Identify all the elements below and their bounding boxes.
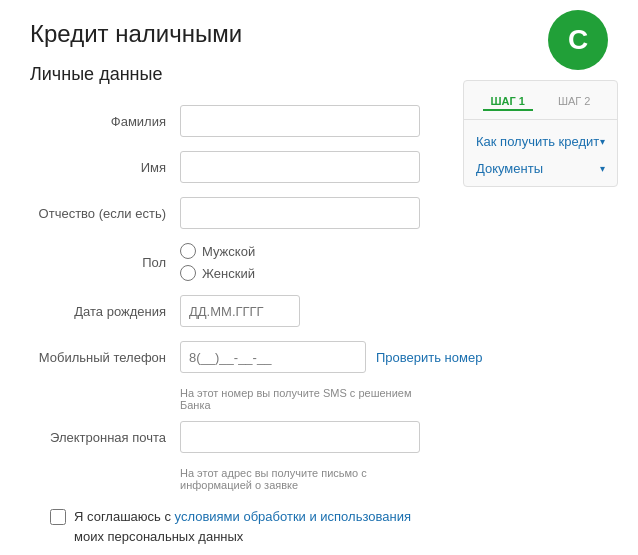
gender-radio-group: Мужской Женский — [180, 243, 255, 281]
chevron-down-icon2: ▾ — [600, 163, 605, 174]
consent-row: Я соглашаюсь с условиями обработки и исп… — [30, 507, 428, 546]
gender-label: Пол — [30, 255, 180, 270]
consent-checkbox[interactable] — [50, 509, 66, 525]
surname-row: Фамилия — [30, 105, 428, 137]
sberbank-logo: С — [548, 10, 608, 70]
birthdate-row: Дата рождения — [30, 295, 428, 327]
step1[interactable]: ШАГ 1 — [483, 93, 533, 111]
phone-label: Мобильный телефон — [30, 350, 180, 365]
page-container: С Кредит наличными Личные данные ШАГ 1 Ш… — [0, 0, 638, 555]
female-radio[interactable] — [180, 265, 196, 281]
male-radio[interactable] — [180, 243, 196, 259]
documents-link[interactable]: Документы ▾ — [464, 155, 617, 182]
email-row: Электронная почта — [30, 421, 428, 453]
steps-row: ШАГ 1 ШАГ 2 — [464, 89, 617, 120]
surname-label: Фамилия — [30, 114, 180, 129]
how-to-get-link[interactable]: Как получить кредит ▾ — [464, 128, 617, 155]
logo-symbol: С — [568, 24, 588, 56]
surname-input[interactable] — [180, 105, 420, 137]
steps-container: ШАГ 1 ШАГ 2 Как получить кредит ▾ Докуме… — [463, 80, 618, 187]
phone-row: Мобильный телефон Проверить номер — [30, 341, 428, 373]
birthdate-input[interactable] — [180, 295, 300, 327]
name-label: Имя — [30, 160, 180, 175]
patronymic-row: Отчество (если есть) — [30, 197, 428, 229]
consent-text-before: Я соглашаюсь с — [74, 509, 175, 524]
consent-link[interactable]: условиями обработки и использования — [175, 509, 411, 524]
name-row: Имя — [30, 151, 428, 183]
step2[interactable]: ШАГ 2 — [550, 93, 599, 111]
female-radio-label[interactable]: Женский — [180, 265, 255, 281]
email-hint: На этот адрес вы получите письмо с инфор… — [180, 467, 428, 491]
phone-input[interactable] — [180, 341, 366, 373]
chevron-down-icon: ▾ — [600, 136, 605, 147]
phone-hint: На этот номер вы получите SMS с решением… — [180, 387, 428, 411]
email-label: Электронная почта — [30, 430, 180, 445]
email-input[interactable] — [180, 421, 420, 453]
male-radio-label[interactable]: Мужской — [180, 243, 255, 259]
name-input[interactable] — [180, 151, 420, 183]
birthdate-label: Дата рождения — [30, 304, 180, 319]
logo-area: С — [548, 10, 608, 70]
female-label: Женский — [202, 266, 255, 281]
verify-link[interactable]: Проверить номер — [376, 350, 482, 365]
male-label: Мужской — [202, 244, 255, 259]
consent-text-after: моих персональных данных — [74, 529, 243, 544]
patronymic-input[interactable] — [180, 197, 420, 229]
main-title: Кредит наличными — [30, 20, 608, 48]
consent-text: Я соглашаюсь с условиями обработки и исп… — [74, 507, 428, 546]
patronymic-label: Отчество (если есть) — [30, 206, 180, 221]
phone-input-area: Проверить номер — [180, 341, 482, 373]
gender-row: Пол Мужской Женский — [30, 243, 428, 281]
